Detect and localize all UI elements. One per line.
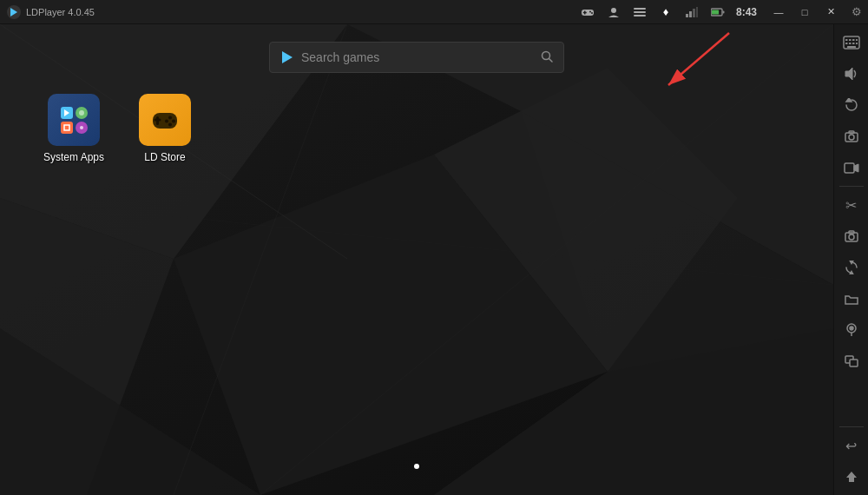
svg-rect-12 xyxy=(693,9,695,17)
signal-icon xyxy=(681,2,703,23)
notification-icon[interactable]: ♦ xyxy=(654,2,677,23)
sidebar-divider-2 xyxy=(839,426,864,427)
svg-rect-55 xyxy=(847,46,856,48)
ld-store-icon-img xyxy=(139,94,191,146)
sidebar-multi-button[interactable] xyxy=(837,346,866,376)
title-bar-left: LDPlayer 4.0.45 xyxy=(0,5,95,19)
page-indicator-dot xyxy=(414,464,419,469)
android-screen: Search games xyxy=(0,24,833,495)
svg-marker-62 xyxy=(854,164,858,172)
svg-point-40 xyxy=(168,116,172,120)
svg-rect-9 xyxy=(634,15,646,16)
desktop-icons: System Apps LD Store xyxy=(43,94,191,163)
svg-point-41 xyxy=(172,120,175,123)
svg-point-36 xyxy=(80,126,83,129)
svg-rect-49 xyxy=(852,39,855,41)
icon-dot-3 xyxy=(61,122,73,134)
time-display: 8:43 xyxy=(736,6,757,18)
search-bar[interactable]: Search games xyxy=(269,42,564,73)
user-icon[interactable] xyxy=(602,2,625,23)
svg-rect-15 xyxy=(712,10,719,14)
svg-marker-66 xyxy=(850,261,853,264)
sidebar-folder-button[interactable] xyxy=(837,284,866,314)
title-bar-right-group: ♦ 8:43 — □ ✕ xyxy=(576,2,868,23)
svg-marker-57 xyxy=(846,98,852,102)
sidebar-video-button[interactable] xyxy=(837,153,866,182)
icon-dot-1 xyxy=(61,107,73,119)
svg-rect-3 xyxy=(583,11,587,13)
svg-rect-50 xyxy=(856,39,858,41)
svg-marker-30 xyxy=(282,51,293,63)
gamepad-icon[interactable] xyxy=(576,2,599,23)
svg-point-42 xyxy=(165,120,168,123)
svg-rect-53 xyxy=(852,43,855,44)
svg-rect-8 xyxy=(634,11,646,13)
system-apps-label: System Apps xyxy=(43,151,104,163)
system-apps-icon-img xyxy=(48,94,100,146)
svg-marker-56 xyxy=(845,68,852,80)
sidebar-location-button[interactable] xyxy=(837,315,866,345)
app-title: LDPlayer 4.0.45 xyxy=(26,7,95,17)
sidebar-keyboard-button[interactable] xyxy=(837,28,866,57)
icon-dot-4 xyxy=(76,122,88,134)
sidebar-screenshot-button[interactable] xyxy=(837,122,866,151)
svg-rect-11 xyxy=(689,11,692,17)
search-placeholder: Search games xyxy=(301,50,534,64)
sidebar-divider-1 xyxy=(839,186,864,187)
search-icon xyxy=(541,50,553,65)
svg-rect-10 xyxy=(686,14,688,17)
svg-rect-7 xyxy=(634,8,646,10)
sidebar-cut-button[interactable]: ✂ xyxy=(837,190,866,220)
svg-point-5 xyxy=(591,12,593,14)
svg-marker-67 xyxy=(850,272,853,275)
sidebar-sync-button[interactable] xyxy=(837,253,866,282)
settings-button[interactable]: ⚙ xyxy=(845,2,868,23)
close-button[interactable]: ✕ xyxy=(819,2,842,23)
minimize-button[interactable]: — xyxy=(767,2,790,23)
svg-rect-35 xyxy=(64,125,69,130)
svg-point-43 xyxy=(168,123,172,127)
right-sidebar: ✂ xyxy=(833,24,868,495)
svg-point-68 xyxy=(850,327,853,330)
svg-rect-48 xyxy=(849,39,852,41)
menu-icon[interactable] xyxy=(628,2,651,23)
svg-marker-33 xyxy=(64,109,69,116)
svg-rect-39 xyxy=(155,119,161,122)
ld-store-label: LD Store xyxy=(144,151,185,163)
svg-rect-54 xyxy=(856,43,858,44)
status-area: ♦ 8:43 xyxy=(576,2,764,23)
title-bar: LDPlayer 4.0.45 xyxy=(0,0,868,24)
gamepad-svg xyxy=(149,104,181,135)
app-logo xyxy=(7,5,21,19)
sidebar-back-button[interactable]: ↩ xyxy=(837,431,866,460)
svg-marker-0 xyxy=(10,8,17,16)
svg-rect-71 xyxy=(850,360,858,366)
svg-rect-52 xyxy=(849,43,852,44)
svg-point-6 xyxy=(611,8,616,13)
svg-rect-13 xyxy=(696,7,698,17)
sidebar-rotate-button[interactable] xyxy=(837,90,866,120)
google-play-icon xyxy=(280,50,294,64)
system-apps-grid xyxy=(54,100,95,141)
svg-marker-72 xyxy=(846,472,857,482)
icon-dot-2 xyxy=(76,107,88,119)
svg-point-64 xyxy=(849,234,854,240)
ld-store-icon[interactable]: LD Store xyxy=(139,94,191,163)
maximize-button[interactable]: □ xyxy=(793,2,816,23)
system-apps-icon[interactable]: System Apps xyxy=(43,94,104,163)
svg-rect-51 xyxy=(845,43,848,44)
sidebar-camera-button[interactable] xyxy=(837,221,866,251)
svg-point-4 xyxy=(589,10,591,12)
svg-rect-61 xyxy=(845,163,854,173)
sidebar-home-button[interactable] xyxy=(837,462,866,492)
svg-line-32 xyxy=(549,58,553,62)
svg-point-34 xyxy=(79,110,84,116)
svg-rect-16 xyxy=(722,10,724,13)
svg-rect-47 xyxy=(845,39,848,41)
svg-point-59 xyxy=(849,135,854,140)
sidebar-volume-button[interactable] xyxy=(837,59,866,89)
battery-icon xyxy=(707,2,729,23)
